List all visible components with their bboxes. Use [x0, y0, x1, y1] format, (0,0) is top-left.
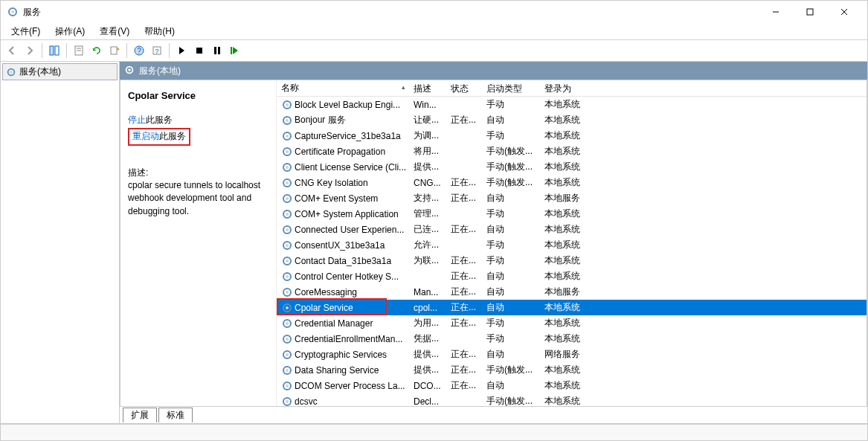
forward-button[interactable]	[22, 42, 38, 59]
service-list: 名称▴ 描述 状态 启动类型 登录为 Block Level Backup En…	[277, 80, 867, 406]
service-start-type: 自动	[482, 270, 540, 283]
minimize-button[interactable]	[759, 1, 793, 23]
gear-icon	[281, 130, 293, 142]
table-row[interactable]: Block Level Backup Engi...Win...手动本地系统	[277, 97, 867, 112]
table-row[interactable]: CaptureService_31be3a1a为调...手动本地系统	[277, 128, 867, 144]
maximize-button[interactable]	[793, 1, 827, 23]
gear-icon	[281, 380, 293, 392]
service-name: Control Center Hotkey S...	[295, 271, 399, 282]
back-button[interactable]	[4, 42, 20, 59]
service-status: 正在...	[446, 176, 482, 189]
svg-text:?: ?	[137, 47, 141, 55]
table-row[interactable]: dcsvcDecl...手动(触发...本地系统	[277, 393, 867, 406]
svg-point-45	[286, 260, 289, 263]
service-name: Client License Service (Cli...	[295, 162, 406, 173]
svg-point-43	[286, 244, 289, 247]
service-start-type: 自动	[482, 301, 540, 314]
service-desc: Decl...	[409, 396, 446, 407]
pause-service-button[interactable]	[209, 42, 225, 59]
menu-action[interactable]: 操作(A)	[48, 24, 92, 39]
menu-help[interactable]: 帮助(H)	[137, 24, 182, 39]
help-button[interactable]: ?	[131, 42, 147, 59]
table-row[interactable]: Client License Service (Cli...提供...手动(触发…	[277, 159, 867, 175]
service-status: 正在...	[446, 114, 482, 126]
table-row[interactable]: Cpolar Servicecpol...正在...自动本地系统	[277, 300, 867, 315]
gear-icon	[281, 161, 293, 173]
nav-item-label: 服务(本地)	[19, 65, 61, 78]
svg-point-47	[286, 275, 289, 278]
service-name: ConsentUX_31be3a1a	[295, 240, 385, 251]
restart-service-link[interactable]: 重启动	[132, 131, 159, 141]
grid-body[interactable]: Block Level Backup Engi...Win...手动本地系统Bo…	[277, 97, 867, 406]
svg-point-1	[11, 10, 14, 13]
service-status: 正在...	[446, 301, 482, 314]
service-start-type: 自动	[482, 348, 540, 361]
service-desc: DCO...	[409, 381, 446, 391]
help2-button[interactable]: ?	[149, 42, 165, 59]
view-tabs: 扩展 标准	[120, 407, 867, 423]
service-name: Connected User Experien...	[295, 225, 404, 235]
table-row[interactable]: Data Sharing Service提供...正在...手动(触发...本地…	[277, 362, 867, 378]
gear-icon	[281, 271, 293, 283]
service-start-type: 手动(触发...	[482, 176, 540, 189]
table-row[interactable]: DCOM Server Process La...DCO...正在...自动本地…	[277, 378, 867, 393]
table-row[interactable]: Control Center Hotkey S...正在...自动本地系统	[277, 268, 867, 284]
table-row[interactable]: CredentialEnrollmentMan...凭据...手动本地系统	[277, 331, 867, 347]
svg-rect-6	[50, 46, 54, 55]
service-logon: 本地系统	[540, 270, 599, 283]
column-status[interactable]: 状态	[446, 80, 482, 96]
table-row[interactable]: COM+ Event System支持...正在...自动本地服务	[277, 190, 867, 206]
table-row[interactable]: ConsentUX_31be3a1a允许...手动本地系统	[277, 237, 867, 253]
column-name[interactable]: 名称▴	[277, 80, 409, 96]
restart-service-button[interactable]	[227, 42, 243, 59]
table-row[interactable]: Bonjour 服务让硬...正在...自动本地系统	[277, 112, 867, 128]
table-row[interactable]: Cryptographic Services提供...正在...自动网络服务	[277, 347, 867, 362]
service-start-type: 手动	[482, 332, 540, 345]
gear-icon	[281, 193, 293, 205]
column-logon[interactable]: 登录为	[540, 80, 599, 96]
restart-service-link-row: 重启动此服务	[128, 128, 270, 145]
table-row[interactable]: Credential Manager为用...正在...手动本地系统	[277, 315, 867, 331]
tab-extended[interactable]: 扩展	[123, 408, 157, 422]
properties-button[interactable]	[71, 42, 87, 59]
details-panel: Cpolar Service 停止此服务 重启动此服务 描述: cpolar s…	[120, 80, 277, 406]
table-row[interactable]: Connected User Experien...已连...正在...自动本地…	[277, 222, 867, 237]
service-start-type: 自动	[482, 379, 540, 392]
table-row[interactable]: COM+ System Application管理...手动本地系统	[277, 206, 867, 222]
close-button[interactable]	[827, 1, 861, 23]
menu-view[interactable]: 查看(V)	[92, 24, 137, 39]
service-desc: 为调...	[409, 129, 446, 142]
tab-standard[interactable]: 标准	[158, 408, 193, 422]
menu-file[interactable]: 文件(F)	[4, 24, 48, 39]
table-row[interactable]: CoreMessagingMan...正在...自动本地服务	[277, 284, 867, 300]
service-logon: 本地系统	[540, 395, 599, 406]
service-logon: 本地系统	[540, 98, 599, 111]
nav-item-services-local[interactable]: 服务(本地)	[2, 63, 118, 80]
service-logon: 本地服务	[540, 286, 599, 298]
svg-point-25	[286, 103, 289, 106]
svg-point-35	[286, 181, 289, 184]
export-button[interactable]	[106, 42, 123, 59]
table-row[interactable]: Contact Data_31be3a1a为联...正在...手动本地系统	[277, 253, 867, 268]
service-name: Cpolar Service	[295, 303, 353, 313]
stop-service-button[interactable]	[191, 42, 208, 59]
start-service-button[interactable]	[173, 42, 190, 59]
column-desc[interactable]: 描述	[409, 80, 446, 96]
stop-service-link[interactable]: 停止	[128, 115, 146, 125]
service-logon: 本地系统	[540, 145, 599, 158]
gear-icon	[281, 115, 293, 126]
svg-point-51	[286, 306, 289, 309]
svg-text:?: ?	[155, 48, 158, 55]
refresh-button[interactable]	[89, 42, 105, 59]
svg-rect-3	[807, 9, 813, 15]
gear-icon	[281, 396, 293, 407]
service-start-type: 手动(触发...	[482, 161, 540, 173]
column-start[interactable]: 启动类型	[482, 80, 540, 96]
table-row[interactable]: CNG Key IsolationCNG...正在...手动(触发...本地系统	[277, 175, 867, 190]
show-hide-tree-button[interactable]	[46, 42, 62, 59]
service-start-type: 手动(触发...	[482, 364, 540, 376]
table-row[interactable]: Certificate Propagation将用...手动(触发...本地系统	[277, 144, 867, 159]
gear-icon	[281, 177, 293, 189]
service-desc: Man...	[409, 287, 446, 297]
service-start-type: 手动	[482, 207, 540, 220]
